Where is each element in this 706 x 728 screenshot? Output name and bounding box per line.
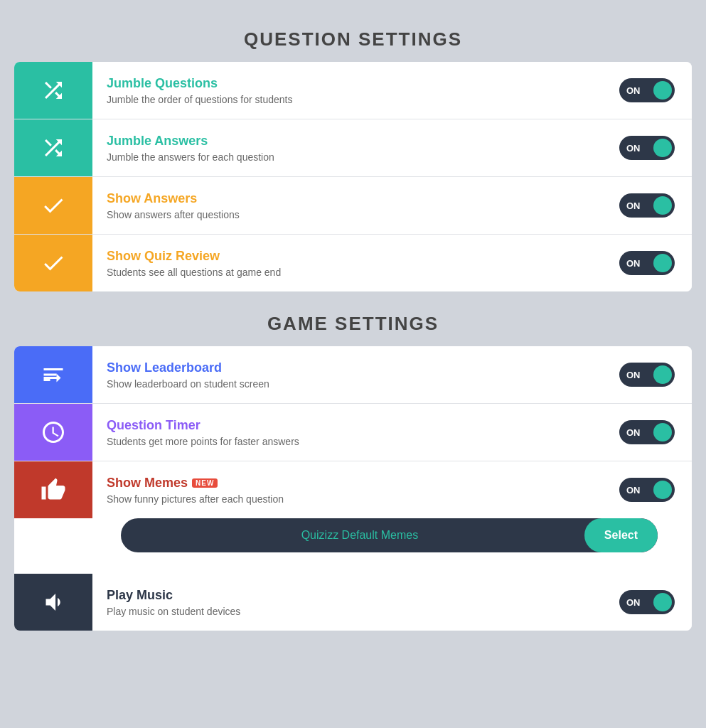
game-settings-title: GAME SETTINGS: [14, 313, 692, 335]
show-leaderboard-icon: [14, 346, 92, 403]
show-answers-row: Show Answers Show answers after question…: [14, 177, 692, 235]
show-quiz-review-content: Show Quiz Review Students see all questi…: [92, 239, 602, 288]
show-memes-desc: Show funny pictures after each question: [107, 493, 588, 505]
jumble-answers-toggle[interactable]: ON: [602, 136, 692, 160]
game-settings-card: Show Leaderboard Show leaderboard on stu…: [14, 346, 692, 631]
jumble-questions-content: Jumble Questions Jumble the order of que…: [92, 66, 602, 115]
play-music-row: Play Music Play music on student devices…: [14, 574, 692, 631]
jumble-answers-content: Jumble Answers Jumble the answers for ea…: [92, 124, 602, 173]
jumble-questions-icon: [14, 62, 92, 119]
show-memes-icon: [14, 461, 92, 518]
show-quiz-review-desc: Students see all questions at game end: [107, 267, 588, 278]
jumble-answers-desc: Jumble the answers for each question: [107, 151, 588, 163]
show-quiz-review-row: Show Quiz Review Students see all questi…: [14, 235, 692, 291]
show-leaderboard-desc: Show leaderboard on student screen: [107, 378, 588, 390]
show-answers-label: Show Answers: [107, 191, 588, 206]
play-music-toggle[interactable]: ON: [602, 590, 692, 614]
play-music-label: Play Music: [107, 588, 588, 603]
jumble-questions-desc: Jumble the order of questions for studen…: [107, 94, 588, 105]
question-timer-content: Question Timer Students get more points …: [92, 408, 602, 457]
question-timer-row: Question Timer Students get more points …: [14, 404, 692, 461]
show-answers-toggle[interactable]: ON: [602, 193, 692, 218]
show-answers-content: Show Answers Show answers after question…: [92, 181, 602, 230]
show-leaderboard-toggle[interactable]: ON: [602, 363, 692, 387]
show-answers-desc: Show answers after questions: [107, 209, 588, 220]
main-container: QUESTION SETTINGS Jumble Questions Jumbl…: [14, 21, 692, 652]
question-timer-toggle[interactable]: ON: [602, 420, 692, 444]
new-badge: NEW: [192, 478, 218, 488]
question-timer-icon: [14, 404, 92, 461]
jumble-answers-label: Jumble Answers: [107, 134, 588, 149]
jumble-answers-icon: [14, 119, 92, 176]
show-memes-content: Show MemesNEW Show funny pictures after …: [92, 466, 602, 515]
jumble-questions-toggle[interactable]: ON: [602, 78, 692, 102]
show-quiz-review-toggle[interactable]: ON: [602, 251, 692, 275]
jumble-answers-row: Jumble Answers Jumble the answers for ea…: [14, 119, 692, 177]
meme-selector-container: Quizizz Default Memes Select: [14, 518, 692, 574]
show-leaderboard-row: Show Leaderboard Show leaderboard on stu…: [14, 346, 692, 404]
question-timer-label: Question Timer: [107, 418, 588, 433]
show-leaderboard-label: Show Leaderboard: [107, 360, 588, 375]
show-leaderboard-content: Show Leaderboard Show leaderboard on stu…: [92, 350, 602, 400]
show-quiz-review-label: Show Quiz Review: [107, 249, 588, 264]
show-memes-toggle[interactable]: ON: [602, 478, 692, 502]
meme-selector-label: Quizizz Default Memes: [121, 529, 584, 542]
play-music-icon: [14, 574, 92, 631]
play-music-desc: Play music on student devices: [107, 606, 588, 617]
meme-select-button[interactable]: Select: [584, 518, 658, 552]
question-timer-desc: Students get more points for faster answ…: [107, 436, 588, 447]
jumble-questions-label: Jumble Questions: [107, 76, 588, 91]
play-music-content: Play Music Play music on student devices: [92, 578, 602, 627]
jumble-questions-row: Jumble Questions Jumble the order of que…: [14, 62, 692, 119]
meme-selector: Quizizz Default Memes Select: [121, 518, 658, 552]
question-settings-title: QUESTION SETTINGS: [14, 28, 692, 50]
show-memes-row: Show MemesNEW Show funny pictures after …: [14, 461, 692, 574]
show-quiz-review-icon: [14, 235, 92, 291]
show-memes-label: Show MemesNEW: [107, 476, 588, 491]
show-answers-icon: [14, 177, 92, 234]
question-settings-card: Jumble Questions Jumble the order of que…: [14, 62, 692, 291]
